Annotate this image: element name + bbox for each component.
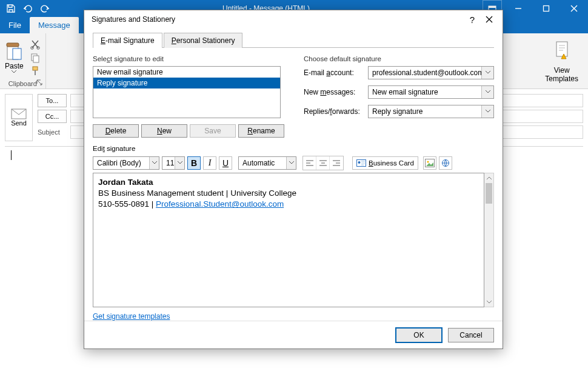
font-size-combo[interactable]: 11: [162, 156, 185, 170]
svg-rect-8: [13, 48, 21, 59]
chevron-down-icon[interactable]: [175, 157, 184, 169]
help-icon[interactable]: ?: [464, 11, 481, 28]
account-value: professional.student@outlook.com: [372, 68, 484, 77]
send-button[interactable]: Send: [5, 94, 33, 141]
replies-label: Replies/forwards:: [304, 107, 368, 116]
group-my-templates: View Templates: [540, 36, 583, 85]
sig-line-name: Jordan Takata: [98, 178, 153, 187]
align-right-icon[interactable]: [330, 156, 343, 170]
dialog-tabstrip: E-mail Signature Personal Stationery: [93, 32, 494, 48]
business-card-button[interactable]: Business Card: [352, 156, 418, 170]
list-item[interactable]: New email signature: [93, 67, 280, 78]
insert-picture-icon[interactable]: [423, 156, 436, 170]
scroll-up-icon[interactable]: [484, 173, 493, 183]
dialog-close-icon[interactable]: [481, 11, 498, 28]
dialog-launcher-icon[interactable]: [36, 79, 43, 86]
new-button[interactable]: New: [141, 124, 187, 138]
redo-icon[interactable]: [40, 4, 50, 13]
send-label: Send: [11, 119, 27, 127]
svg-rect-15: [556, 42, 567, 56]
sig-email-link[interactable]: Professional.Student@outlook.com: [156, 199, 284, 209]
paste-label: Paste: [5, 62, 24, 70]
chevron-down-icon[interactable]: [481, 86, 493, 98]
minimize-button[interactable]: [504, 0, 532, 17]
choose-default-label: Choose default signature: [304, 55, 494, 62]
tab-personal-stationery[interactable]: Personal Stationery: [164, 33, 243, 48]
scroll-down-icon[interactable]: [484, 297, 493, 307]
sig-line-phone: 510-555-0891 |: [98, 199, 156, 209]
editor-scrollbar[interactable]: [484, 173, 494, 307]
signature-list[interactable]: New email signature Reply signature: [93, 66, 281, 118]
group-label-clipboard: Clipboard: [8, 80, 37, 87]
chevron-down-icon[interactable]: [286, 157, 296, 169]
font-name-combo[interactable]: Calibri (Body): [93, 156, 159, 170]
close-button[interactable]: [560, 0, 588, 17]
cc-button[interactable]: Cc...: [38, 110, 67, 123]
edit-signature-label: Edit signature: [93, 145, 494, 152]
dialog-title: Signatures and Stationery: [92, 15, 464, 24]
window-controls: [504, 0, 588, 17]
svg-rect-3: [544, 6, 549, 12]
rename-button[interactable]: Rename: [238, 124, 284, 138]
view-templates-button[interactable]: [550, 37, 573, 66]
subject-label: Subject: [38, 128, 67, 136]
chevron-down-icon[interactable]: [149, 157, 159, 169]
svg-rect-13: [33, 67, 38, 70]
bold-button[interactable]: B: [187, 156, 201, 170]
new-messages-combo[interactable]: New email signature: [368, 85, 494, 99]
font-color-combo[interactable]: Automatic: [238, 156, 296, 170]
account-combo[interactable]: professional.student@outlook.com: [368, 66, 494, 79]
replies-value: Reply signature: [372, 107, 423, 116]
tab-message[interactable]: Message: [30, 17, 79, 33]
tab-file[interactable]: File: [0, 17, 30, 33]
scroll-thumb[interactable]: [486, 183, 492, 204]
cut-icon[interactable]: [30, 39, 41, 50]
text-cursor: [11, 150, 12, 160]
signature-editor[interactable]: Jordan Takata BS Business Management stu…: [93, 173, 484, 307]
ok-button[interactable]: OK: [396, 328, 442, 342]
insert-hyperlink-icon[interactable]: [439, 156, 452, 170]
svg-rect-14: [35, 70, 36, 75]
replies-combo[interactable]: Reply signature: [368, 105, 494, 118]
italic-button[interactable]: I: [203, 156, 216, 170]
delete-button[interactable]: Delete: [93, 124, 139, 138]
quick-access-toolbar: [0, 4, 50, 13]
cancel-button[interactable]: Cancel: [448, 328, 494, 342]
underline-button[interactable]: U: [219, 156, 232, 170]
new-messages-label: New messages:: [304, 88, 368, 96]
format-painter-icon[interactable]: [30, 65, 41, 76]
paste-button[interactable]: Paste: [5, 41, 24, 74]
align-center-icon[interactable]: [316, 156, 330, 170]
signatures-dialog: Signatures and Stationery ? E-mail Signa…: [84, 10, 503, 349]
tab-email-signature[interactable]: E-mail Signature: [93, 33, 162, 48]
align-left-icon[interactable]: [303, 156, 316, 170]
chevron-down-icon: [12, 70, 16, 74]
svg-point-22: [427, 161, 429, 162]
svg-rect-12: [33, 56, 39, 62]
maximize-button[interactable]: [532, 0, 560, 17]
svg-rect-7: [7, 43, 19, 47]
group-clipboard: Paste Clipboard: [0, 33, 46, 88]
copy-icon[interactable]: [30, 52, 41, 63]
save-icon[interactable]: [6, 4, 16, 13]
format-toolbar: Calibri (Body) 11 B I U Automatic Busine…: [93, 156, 494, 170]
to-button[interactable]: To...: [38, 94, 67, 107]
save-button: Save: [190, 124, 236, 138]
dialog-footer: OK Cancel: [84, 321, 503, 349]
svg-point-20: [358, 161, 361, 164]
account-label: E-mail account:: [304, 68, 368, 77]
select-signature-label: Select signature to edit: [93, 55, 290, 62]
undo-icon[interactable]: [23, 4, 33, 13]
get-templates-link[interactable]: Get signature templates: [93, 312, 170, 321]
sig-line-title: BS Business Management student | Univers…: [98, 189, 296, 198]
chevron-down-icon[interactable]: [481, 105, 493, 118]
new-messages-value: New email signature: [372, 88, 438, 96]
svg-rect-1: [489, 6, 496, 8]
business-card-label: Business Card: [369, 159, 414, 167]
dialog-titlebar: Signatures and Stationery ?: [84, 10, 503, 28]
view-templates-label: View Templates: [545, 66, 578, 84]
chevron-down-icon[interactable]: [481, 67, 493, 79]
list-item[interactable]: Reply signature: [93, 78, 280, 88]
